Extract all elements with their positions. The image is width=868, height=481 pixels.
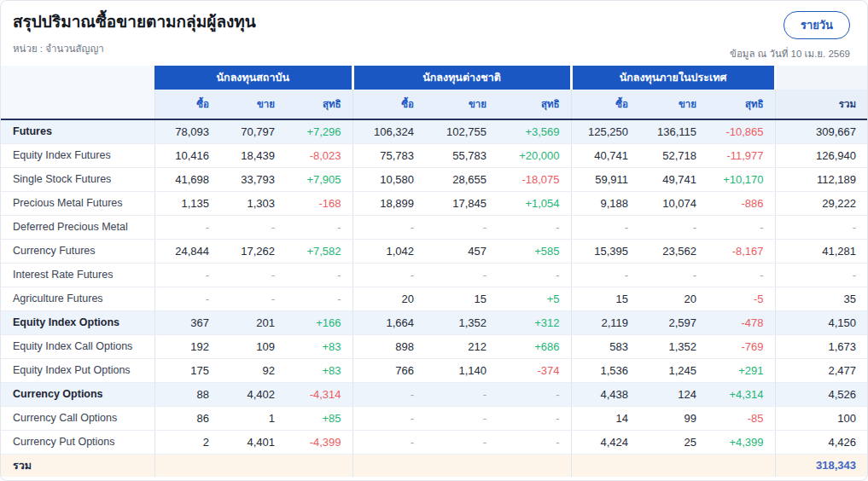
cell-net: +4,314: [708, 382, 775, 406]
cell-sell: 1,352: [425, 310, 498, 334]
row-label: Currency Options: [1, 382, 154, 406]
cell-buy: 15,395: [571, 239, 639, 263]
cell-buy: -: [154, 287, 220, 310]
cell-net: -168: [286, 191, 352, 215]
cell-net: -: [498, 263, 571, 287]
row-label: Equity Index Put Options: [1, 358, 154, 382]
cell-buy: 175: [154, 358, 220, 382]
cell-sell: 1: [220, 406, 286, 430]
cell-sell: -: [425, 430, 498, 454]
sub-header-label-cell: [1, 90, 154, 119]
cell-net: +5: [498, 287, 571, 310]
cell-sell: 18,439: [220, 143, 286, 167]
row-total: 2,477: [775, 358, 867, 382]
row-total: -: [775, 215, 867, 239]
cell-buy: 898: [352, 334, 425, 358]
cell-sell: 20: [639, 287, 708, 310]
sub-header-row: ซื้อ ขาย สุทธิ ซื้อ ขาย สุทธิ ซื้อ ขาย ส…: [1, 90, 867, 119]
empty-cell: [639, 454, 708, 477]
group-header-row: นักลงทุนสถาบัน นักลงทุนต่างชาติ นักลงทุน…: [1, 66, 867, 90]
cell-net: +10,170: [708, 167, 775, 191]
header-right: รายวัน ข้อมูล ณ วันที่ 10 เม.ย. 2569: [730, 11, 850, 61]
cell-sell: 17,262: [220, 239, 286, 263]
row-label: Equity Index Options: [1, 310, 154, 334]
cell-sell: -: [425, 215, 498, 239]
header-left: สรุปปริมาณซื้อขายตามกลุ่มผู้ลงทุน หน่วย …: [13, 11, 256, 56]
page-title: สรุปปริมาณซื้อขายตามกลุ่มผู้ลงทุน: [13, 11, 256, 33]
row-total: 100: [775, 406, 867, 430]
trading-summary-card: สรุปปริมาณซื้อขายตามกลุ่มผู้ลงทุน หน่วย …: [0, 0, 868, 481]
row-label: Equity Index Futures: [1, 143, 154, 167]
cell-sell: 33,793: [220, 167, 286, 191]
row-total: 4,426: [775, 430, 867, 454]
cell-buy: 106,324: [352, 119, 425, 143]
cell-net: -: [286, 215, 352, 239]
cell-buy: 1,135: [154, 191, 220, 215]
empty-cell: [425, 454, 498, 477]
empty-cell: [352, 454, 425, 477]
cell-net: +312: [498, 310, 571, 334]
row-label: Currency Call Options: [1, 406, 154, 430]
cell-buy: -: [571, 215, 639, 239]
empty-cell: [286, 454, 352, 477]
cell-net: -85: [708, 406, 775, 430]
row-total: 4,150: [775, 310, 867, 334]
cell-net: +20,000: [498, 143, 571, 167]
sub-header-total: รวม: [775, 90, 867, 119]
cell-buy: 59,911: [571, 167, 639, 191]
cell-sell: 136,115: [639, 119, 708, 143]
row-total: -: [775, 263, 867, 287]
sub-header-net: สุทธิ: [498, 90, 571, 119]
cell-buy: 367: [154, 310, 220, 334]
cell-net: -11,977: [708, 143, 775, 167]
empty-cell: [220, 454, 286, 477]
cell-net: -374: [498, 358, 571, 382]
cell-buy: 88: [154, 382, 220, 406]
cell-sell: 92: [220, 358, 286, 382]
cell-buy: 41,698: [154, 167, 220, 191]
unit-label: หน่วย : จำนวนสัญญา: [13, 41, 256, 56]
row-label: Currency Put Options: [1, 430, 154, 454]
cell-net: -18,075: [498, 167, 571, 191]
cell-sell: 28,655: [425, 167, 498, 191]
cell-buy: 78,093: [154, 119, 220, 143]
cell-sell: 109: [220, 334, 286, 358]
cell-net: +7,905: [286, 167, 352, 191]
table-row: Single Stock Futures41,69833,793+7,90510…: [1, 167, 867, 191]
row-total: 1,673: [775, 334, 867, 358]
empty-cell: [708, 454, 775, 477]
row-total: 112,189: [775, 167, 867, 191]
table-row: Currency Call Options861+85---1499-85100: [1, 406, 867, 430]
cell-sell: -: [639, 215, 708, 239]
cell-net: +3,569: [498, 119, 571, 143]
cell-sell: 99: [639, 406, 708, 430]
cell-net: -: [498, 215, 571, 239]
cell-net: -: [286, 263, 352, 287]
cell-sell: 1,303: [220, 191, 286, 215]
sub-header-net: สุทธิ: [286, 90, 352, 119]
cell-buy: 192: [154, 334, 220, 358]
cell-net: +686: [498, 334, 571, 358]
row-label: Currency Futures: [1, 239, 154, 263]
daily-filter-button[interactable]: รายวัน: [784, 11, 850, 39]
row-label: Equity Index Call Options: [1, 334, 154, 358]
grand-total-row: รวม318,343: [1, 454, 867, 477]
cell-sell: 1,352: [639, 334, 708, 358]
cell-net: -: [708, 215, 775, 239]
empty-cell: [498, 454, 571, 477]
group-header-domestic: นักลงทุนภายในประเทศ: [571, 66, 775, 90]
investor-summary-table: นักลงทุนสถาบัน นักลงทุนต่างชาติ นักลงทุน…: [1, 66, 867, 477]
cell-sell: 2,597: [639, 310, 708, 334]
corner-cell: [1, 66, 154, 90]
cell-net: +83: [286, 334, 352, 358]
cell-net: -: [708, 263, 775, 287]
table-row: Precious Metal Futures1,1351,303-16818,8…: [1, 191, 867, 215]
cell-sell: 457: [425, 239, 498, 263]
cell-buy: -: [352, 263, 425, 287]
sub-header-sell: ขาย: [425, 90, 498, 119]
cell-buy: 4,424: [571, 430, 639, 454]
corner-cell-total: [775, 66, 867, 90]
table-row: Interest Rate Futures----------: [1, 263, 867, 287]
cell-sell: 1,140: [425, 358, 498, 382]
cell-buy: -: [154, 215, 220, 239]
